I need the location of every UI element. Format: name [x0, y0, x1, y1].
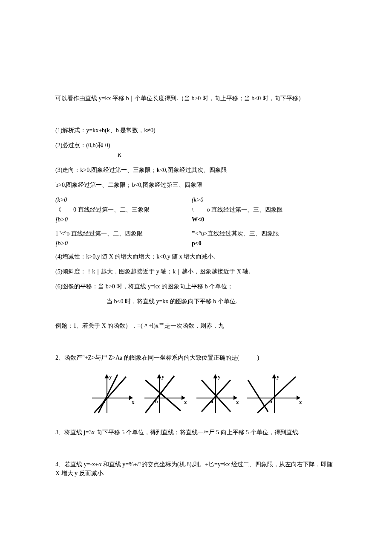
case-row-2-bot: [b>0 p<0	[55, 239, 337, 248]
axis-x-label: x	[132, 399, 135, 405]
graph-options: y x o y x o y x o	[55, 368, 337, 428]
case-row-2-top: 1"<°o 直线经过第一、二、四象限 "'<°u>直线经过其次、三、四象限	[55, 229, 337, 238]
case1-mid-left: 《 0 直线经过第一、二、三象限	[55, 205, 183, 214]
case1-mid-right: \ o 直线经过第一、三、四象限	[192, 205, 283, 214]
case2-bot-left: [b>0	[55, 239, 183, 248]
item-2: (2)必过点：(0,b)和 0)	[55, 141, 337, 150]
example-4: 4、若直线 y=-x+α 和直线 y=%+/?的交点坐标为(机,8),则。+匕=…	[55, 460, 337, 478]
graph-option-d: y x o	[245, 372, 304, 415]
example-3: 3、将直线 j=3x 向下平移 5 个单位，得到直线；将直线一/=尸 5 向上平…	[55, 428, 337, 437]
graph-option-b: y x o	[140, 372, 189, 415]
item-2-k: K	[55, 151, 337, 160]
item-4: (4)增减性：k>0,y 随 X 的增大而增大；k<0,y 随 x 增大而减小.	[55, 252, 337, 261]
axis-y-label: y	[109, 373, 112, 380]
axis-y-label: y	[161, 373, 164, 380]
item-5: (5)倾斜度：！k｜越大，图象越接近于 y 轴；k｜越小，图象越接近于 X 轴.	[55, 267, 337, 276]
spacer	[55, 109, 337, 126]
axis-x-label: x	[184, 399, 187, 405]
graph-option-c: y x o	[192, 372, 241, 415]
spacer	[55, 443, 337, 460]
axis-y-label: y	[277, 373, 280, 380]
svg-line-3	[98, 375, 118, 413]
item-3b: b>0,图象经过第一、二象限；b<0,图象经过第三、四象限	[55, 180, 337, 189]
case2-top-left: 1"<°o 直线经过第一、二、四象限	[55, 229, 183, 238]
case1-top-right: (k>0	[192, 195, 203, 204]
item-3a: (3)走向：k>0,图象经过第一、三象限；k<0,图象经过其次、四象限	[55, 166, 337, 174]
example-1: 例题：1、若关于 X 的函数），=(〃+l)x"'"是一次函数，则赤，九	[55, 321, 337, 330]
intro-text: 可以看作由直线 y=kx 平移 b｜个单位长度得到.（当 b>0 时，向上平移；…	[55, 94, 337, 103]
spacer	[55, 336, 337, 353]
case1-bot-right: W<0	[192, 215, 204, 224]
letter-k: K	[118, 151, 121, 160]
item-6a: (6)图像的平移：当 b>0 时，将直线 y=kx 的图象向上平移 b 个单位；	[55, 282, 337, 291]
document-page: { "intro": "可以看作由直线 y=kx 平移 b｜个单位长度得到.（当…	[0, 0, 392, 555]
svg-line-14	[248, 380, 268, 412]
graph-option-a: y x o	[88, 372, 137, 415]
axis-x-label: x	[299, 399, 302, 405]
case1-top-left: (k>0	[55, 195, 183, 204]
svg-line-2	[94, 377, 126, 413]
item-2-text: (2)必过点：(0,b)和 0)	[55, 142, 110, 148]
spacer	[55, 312, 337, 321]
svg-line-15	[257, 377, 296, 413]
axis-y-label: y	[218, 373, 221, 380]
case2-bot-right: p<0	[192, 239, 202, 248]
item-6b: 当 b<0 时，将直线 y=kx 的图象向下平移 b 个单位.	[55, 297, 337, 306]
case1-bot-left: [b>0	[55, 215, 183, 224]
case2-top-right: "'<°u>直线经过其次、三、四象限	[192, 229, 279, 238]
axis-x-label: x	[236, 399, 239, 405]
case-row-1-top: (k>0 (k>0	[55, 195, 337, 204]
example-2: 2、函数产"+Z>与尸 Z>Aa 的图象在同一坐标系内的大致位置正确的是( )	[55, 353, 337, 362]
item-1: (1)解析式：y=kx+b(k、b 是常数，k≠0)	[55, 126, 337, 135]
case-row-1-mid: 《 0 直线经过第一、二、三象限 \ o 直线经过第一、三、四象限	[55, 205, 337, 214]
case-row-1-bot: [b>0 W<0	[55, 215, 337, 224]
